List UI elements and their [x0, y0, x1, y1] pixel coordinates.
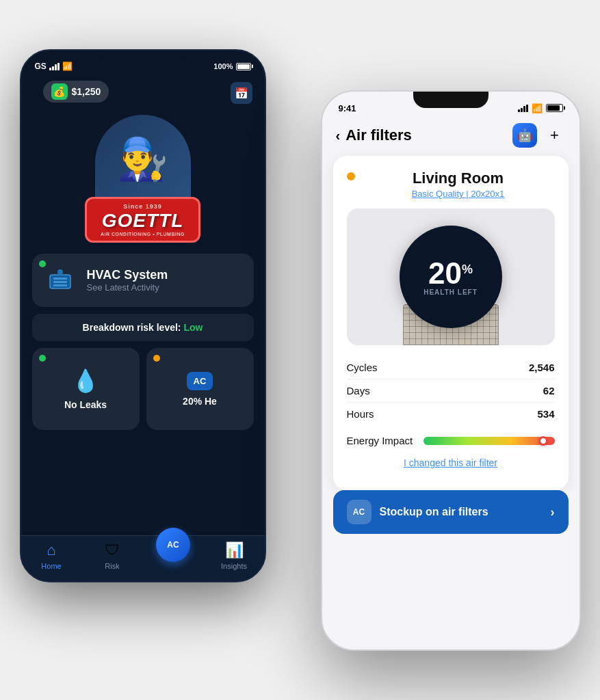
goettl-since: Since 1939	[101, 203, 185, 210]
ac-badge: AC	[187, 372, 213, 390]
gauge-circle: 20 % HEALTH LEFT	[400, 226, 502, 328]
nav-risk-label: Risk	[105, 562, 119, 570]
changed-link[interactable]: I changed this air filter	[347, 457, 555, 468]
stat-cycles-label: Cycles	[347, 356, 460, 379]
stat-cycles: Cycles 2,546	[347, 356, 555, 379]
svg-point-4	[57, 269, 63, 275]
svg-rect-3	[53, 284, 67, 286]
risk-level: Low	[183, 322, 203, 333]
hvac-subtitle: See Latest Activity	[87, 282, 243, 293]
filter-status-dot	[347, 172, 355, 180]
stat-cycles-value: 2,546	[460, 356, 554, 379]
stockup-arrow-icon: ›	[551, 505, 555, 520]
energy-indicator	[538, 436, 548, 446]
time-display: 9:41	[339, 103, 356, 113]
logo-area: 👨‍🔧 Since 1939 GOETTL AIR CONDITIONING •…	[21, 108, 265, 254]
scene: GS 📶 100% 💰 $1,250	[20, 22, 581, 678]
health-card[interactable]: AC 20% He	[146, 348, 254, 430]
risk-icon: 🛡	[105, 541, 120, 559]
stat-days-label: Days	[347, 379, 460, 403]
signal-icon-right	[518, 105, 528, 112]
wifi-icon-right: 📶	[532, 103, 543, 113]
signal-icon	[49, 63, 60, 70]
nav-center[interactable]: AC	[143, 541, 204, 570]
stats-table: Cycles 2,546 Days 62 Hours 534	[347, 356, 555, 425]
center-button[interactable]: AC	[156, 528, 190, 562]
hvac-status-dot	[39, 260, 46, 267]
home-icon: ⌂	[47, 541, 55, 559]
hvac-name: HVAC System	[87, 268, 243, 282]
filter-card: Living Room Basic Quality | 20x20x1 20 %	[333, 156, 569, 490]
back-button[interactable]: ‹	[336, 128, 341, 144]
reward-icon: 💰	[51, 83, 68, 100]
stat-hours-value: 534	[460, 403, 554, 426]
health-label: HEALTH LEFT	[423, 288, 478, 296]
hvac-unit-icon	[43, 263, 77, 297]
calendar-button[interactable]: 📅	[231, 82, 252, 104]
health-percent: 20	[428, 258, 462, 288]
phone-right: 9:41 📶 ‹ Air filters 🤖	[321, 90, 581, 651]
add-button[interactable]: +	[544, 124, 566, 146]
notch-right	[413, 92, 488, 108]
bottom-cards: 💧 No Leaks AC 20% He	[32, 348, 254, 430]
nav-risk[interactable]: 🛡 Risk	[82, 541, 143, 570]
energy-bar	[423, 437, 554, 445]
goettl-subtitle: AIR CONDITIONING • PLUMBING	[101, 232, 185, 237]
nav-home-label: Home	[41, 562, 61, 570]
battery-icon	[236, 63, 251, 70]
bot-button[interactable]: 🤖	[512, 123, 537, 148]
leaks-card[interactable]: 💧 No Leaks	[32, 348, 140, 430]
insights-icon: 📊	[225, 541, 244, 559]
notch-left	[102, 51, 184, 66]
page-title: Air filters	[345, 126, 412, 144]
hvac-card[interactable]: HVAC System See Latest Activity	[32, 254, 254, 307]
health-status-dot	[153, 355, 160, 362]
health-gauge-area: 20 % HEALTH LEFT	[347, 208, 555, 345]
mascot-image: 👨‍🔧	[95, 115, 191, 204]
risk-bar: Breakdown risk level: Low	[32, 314, 254, 341]
stat-hours-label: Hours	[347, 403, 460, 426]
hvac-info: HVAC System See Latest Activity	[87, 268, 243, 293]
stockup-icon: AC	[347, 500, 371, 524]
stockup-button[interactable]: AC Stockup on air filters ›	[333, 490, 569, 534]
goettl-brand: GOETTL	[101, 210, 185, 232]
bottom-nav: ⌂ Home 🛡 Risk AC 📊 Insights	[21, 535, 265, 581]
svg-rect-1	[53, 278, 67, 280]
nav-home[interactable]: ⌂ Home	[21, 541, 82, 570]
wifi-icon: 📶	[62, 62, 73, 71]
battery-icon-right	[546, 104, 563, 112]
phone-left: GS 📶 100% 💰 $1,250	[20, 49, 266, 582]
page-header: ‹ Air filters 🤖 +	[322, 118, 579, 156]
hvac-svg	[47, 267, 74, 294]
filter-room: Living Room	[362, 170, 555, 187]
battery-percent: 100%	[213, 62, 233, 70]
nav-insights[interactable]: 📊 Insights	[204, 541, 265, 570]
svg-rect-2	[53, 281, 67, 283]
reward-badge[interactable]: 💰 $1,250	[43, 81, 109, 103]
stockup-label: Stockup on air filters	[380, 506, 543, 518]
reward-amount: $1,250	[72, 86, 101, 97]
carrier-text: GS	[35, 62, 47, 71]
goettl-logo: Since 1939 GOETTL AIR CONDITIONING • PLU…	[85, 197, 200, 243]
health-label: 20% He	[183, 396, 217, 407]
nav-insights-label: Insights	[221, 562, 247, 570]
stat-days: Days 62	[347, 379, 555, 403]
energy-label: Energy Impact	[347, 435, 413, 446]
leaks-label: No Leaks	[64, 399, 107, 410]
filter-specs[interactable]: Basic Quality | 20x20x1	[362, 189, 555, 199]
stat-days-value: 62	[460, 379, 554, 403]
energy-impact-row: Energy Impact	[347, 435, 555, 446]
leaks-status-dot	[39, 355, 46, 362]
leaks-icon: 💧	[72, 368, 99, 394]
stat-hours: Hours 534	[347, 403, 555, 426]
